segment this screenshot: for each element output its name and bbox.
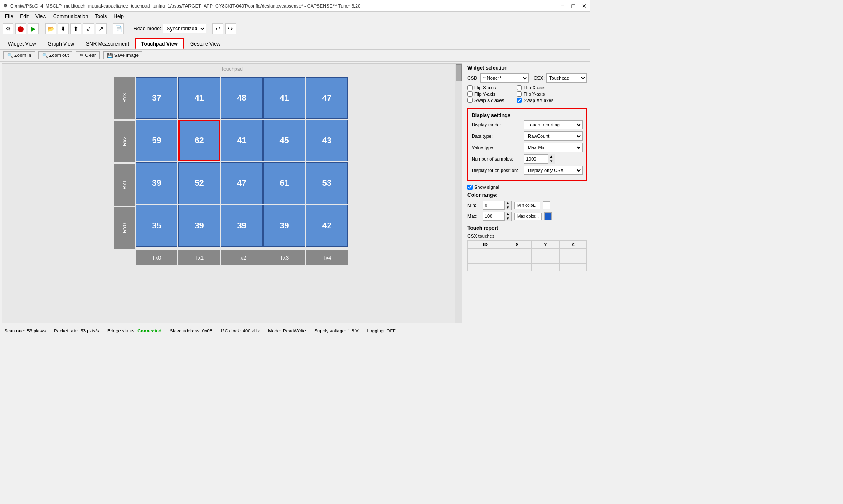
tab-graph-view[interactable]: Graph View [42,39,79,49]
cell-rx1-tx4[interactable]: 53 [306,162,348,204]
open-toolbar-button[interactable]: 📂 [45,23,56,34]
scrollbar-thumb[interactable] [456,64,462,81]
scan-rate-item: Scan rate: 53 pkts/s [4,328,46,333]
undo-toolbar-button[interactable]: ↩ [212,23,223,34]
color-max-up[interactable]: ▲ [505,212,511,216]
display-mode-row: Display mode: Touch reporting Raw data [472,120,583,129]
close-button[interactable]: ✕ [582,3,587,9]
read-mode-select[interactable]: Synchronized Manual [163,24,206,33]
csd-flip-x-checkbox[interactable] [467,85,473,90]
tab-touchpad-view[interactable]: Touchpad View [135,38,184,49]
display-touch-select[interactable]: Display only CSX Display only CSD Displa… [524,166,583,175]
col-header-z: Z [559,241,586,249]
export-toolbar-button[interactable]: ↗ [96,23,107,34]
cell-rx3-tx3[interactable]: 41 [263,77,305,119]
menu-edit[interactable]: Edit [16,13,32,20]
color-range-group: Color range: Min: ▲ ▼ Min color... Max: [467,192,587,221]
color-min-spinbox[interactable]: ▲ ▼ [483,201,512,210]
menu-communication[interactable]: Communication [50,13,91,20]
cell-rx2-tx3[interactable]: 45 [263,120,305,161]
cell-rx2-tx1[interactable]: 62 [178,120,220,161]
cell-rx2-tx4[interactable]: 43 [306,120,348,161]
csd-select[interactable]: **None** [480,73,529,83]
num-samples-down[interactable]: ▼ [548,159,555,164]
stop-toolbar-button[interactable]: ⬤ [15,23,26,34]
minimize-button[interactable]: − [561,3,564,9]
cell-rx0-tx4[interactable]: 42 [306,205,348,247]
canvas-scrollbar[interactable] [455,64,462,323]
cell-rx2-tx2[interactable]: 41 [221,120,263,161]
settings-toolbar-button[interactable]: ⚙ [3,23,13,34]
cell-rx0-tx1[interactable]: 39 [178,205,220,247]
cell-rx3-tx2[interactable]: 48 [221,77,263,119]
color-min-spinbtns[interactable]: ▲ ▼ [504,201,511,210]
col-label-tx2: Tx2 [221,250,263,265]
cell-y [531,249,559,256]
tab-snr-measurement[interactable]: SNR Measurement [81,39,134,49]
cell-rx2-tx0[interactable]: 59 [136,120,177,161]
color-max-down[interactable]: ▼ [505,216,511,221]
clear-button[interactable]: ✏ Clear [76,51,99,59]
cell-y [531,264,559,271]
menu-file[interactable]: File [2,13,16,20]
menu-view[interactable]: View [32,13,50,20]
zoom-in-button[interactable]: 🔍 Zoom in [3,51,35,59]
tab-gesture-view[interactable]: Gesture View [185,39,226,49]
redo-toolbar-button[interactable]: ↪ [225,23,236,34]
display-mode-select[interactable]: Touch reporting Raw data [524,120,583,129]
cell-rx0-tx0[interactable]: 35 [136,205,177,247]
max-color-button[interactable]: Max color... [514,213,542,220]
cell-rx0-tx3[interactable]: 39 [263,205,305,247]
download-toolbar-button[interactable]: ⬇ [58,23,69,34]
packet-rate-item: Packet rate: 53 pkts/s [54,328,99,333]
cell-y [531,256,559,264]
csx-flip-y-checkbox[interactable] [517,91,522,97]
cell-rx3-tx1[interactable]: 41 [178,77,220,119]
bridge-status-value: Connected [137,328,161,333]
menu-tools[interactable]: Tools [91,13,110,20]
min-color-button[interactable]: Min color... [514,202,540,209]
csx-select[interactable]: Touchpad [546,73,587,83]
doc-toolbar-button[interactable]: 📄 [113,23,124,34]
cell-rx1-tx3[interactable]: 61 [263,162,305,204]
cell-rx0-tx2[interactable]: 39 [221,205,263,247]
cell-rx3-tx0[interactable]: 37 [136,77,177,119]
csx-flip-x-checkbox[interactable] [517,85,522,90]
csx-swap-xy-checkbox[interactable] [517,98,522,103]
upload-toolbar-button[interactable]: ⬆ [70,23,81,34]
show-signal-row: Show signal [467,185,587,190]
color-min-input[interactable] [483,203,504,208]
save-image-button[interactable]: 💾 Save image [103,51,142,59]
import-toolbar-button[interactable]: ↙ [83,23,94,34]
cell-rx1-tx1[interactable]: 52 [178,162,220,204]
packet-rate-label: Packet rate: [54,328,79,333]
color-min-down[interactable]: ▼ [505,205,511,210]
data-type-select[interactable]: RawCount Baseline Difference [524,131,583,141]
tab-widget-view[interactable]: Widget View [3,39,41,49]
run-toolbar-button[interactable]: ▶ [28,23,39,34]
num-samples-input[interactable] [524,156,548,161]
csd-swap-xy-row: Swap XY-axes [467,98,504,103]
csx-flip-x-label: Flip X-axis [524,85,545,90]
cell-rx1-tx2[interactable]: 47 [221,162,263,204]
window-controls[interactable]: − □ ✕ [561,3,587,9]
cell-rx3-tx4[interactable]: 47 [306,77,348,119]
color-min-up[interactable]: ▲ [505,201,511,205]
titlebar-title-area: ⚙ C:/mtw/PSoC_4_MSCLP_multitouch_mutual-… [3,3,360,8]
color-max-spinbox[interactable]: ▲ ▼ [483,212,512,221]
menu-help[interactable]: Help [110,13,127,20]
num-samples-spinbtns[interactable]: ▲ ▼ [548,154,555,164]
num-samples-up[interactable]: ▲ [548,154,555,159]
zoom-out-button[interactable]: 🔍 Zoom out [38,51,73,59]
main-content: Touchpad Rx3 Rx2 Rx1 Rx0 37 41 48 41 47 [0,62,590,325]
maximize-button[interactable]: □ [572,3,575,9]
color-max-spinbtns[interactable]: ▲ ▼ [504,212,511,221]
color-max-input[interactable] [483,214,504,219]
cell-rx1-tx0[interactable]: 39 [136,162,177,204]
csd-flip-y-checkbox[interactable] [467,91,473,97]
value-type-select[interactable]: Max-Min Average Last [524,143,583,152]
num-samples-spinbox[interactable]: ▲ ▼ [524,154,555,164]
csd-label: CSD: [467,75,478,80]
show-signal-checkbox[interactable] [467,185,473,190]
csd-swap-xy-checkbox[interactable] [467,98,473,103]
